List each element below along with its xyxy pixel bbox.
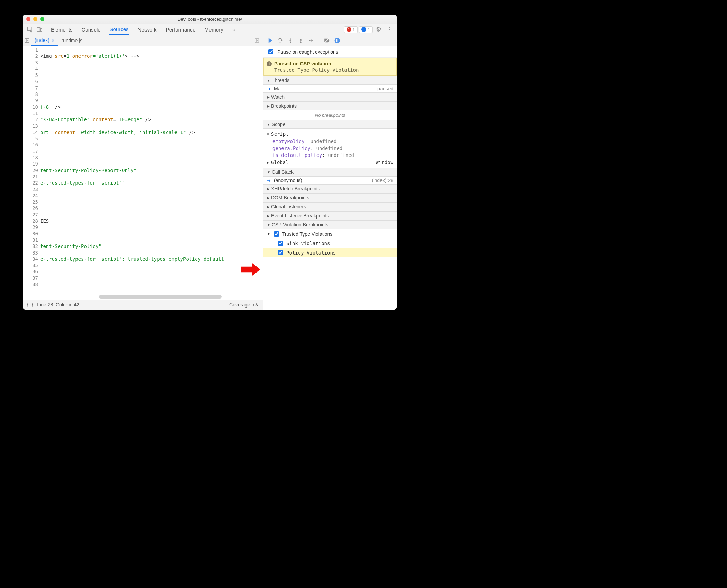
section-scope[interactable]: ▼Scope — [263, 120, 397, 129]
csp-trusted-type-checkbox[interactable] — [274, 231, 279, 237]
file-tab-index[interactable]: (index) × — [31, 35, 58, 46]
fullscreen-window-button[interactable] — [40, 17, 44, 21]
minimize-window-button[interactable] — [33, 17, 37, 21]
svg-point-13 — [290, 42, 291, 43]
svg-rect-1 — [37, 28, 40, 32]
tab-performance[interactable]: Performance — [165, 25, 196, 35]
pause-on-caught-row: Pause on caught exceptions — [263, 46, 397, 58]
scope-script[interactable]: ▼Script — [263, 130, 397, 138]
horizontal-scrollbar[interactable] — [99, 295, 222, 299]
device-toolbar-icon[interactable] — [35, 25, 44, 34]
debugger-sidebar: Pause on caught exceptions i Paused on C… — [263, 35, 397, 310]
inspect-element-icon[interactable] — [25, 25, 35, 34]
csp-policy-row[interactable]: Policy Violations — [263, 248, 397, 257]
errors-badge[interactable]: 1 — [344, 26, 358, 33]
file-tab-runtime[interactable]: runtime.js — [58, 35, 86, 46]
tab-memory[interactable]: Memory — [204, 25, 224, 35]
error-icon — [347, 27, 351, 32]
svg-marker-18 — [312, 39, 313, 42]
step-over-icon[interactable] — [277, 37, 284, 44]
deactivate-breakpoints-icon[interactable] — [323, 37, 330, 44]
svg-rect-23 — [336, 39, 337, 42]
tab-elements[interactable]: Elements — [50, 25, 73, 35]
step-into-icon[interactable] — [287, 37, 294, 44]
devtools-window: DevTools - tt-enforced.glitch.me/ Elemen… — [23, 15, 397, 310]
kebab-menu-icon[interactable]: ⋮ — [385, 25, 395, 34]
panel-tabs: Elements Console Sources Network Perform… — [50, 24, 236, 35]
messages-count: 1 — [368, 27, 370, 32]
section-xhr[interactable]: ▶XHR/fetch Breakpoints — [263, 184, 397, 193]
section-csp-violation-bp[interactable]: ▼CSP Violation Breakpoints — [263, 220, 397, 229]
file-tab-label: runtime.js — [62, 38, 83, 43]
current-thread-icon: ➔ — [267, 86, 272, 91]
messages-badge[interactable]: 1 — [359, 26, 373, 33]
thread-main[interactable]: ➔ Main paused — [263, 85, 397, 92]
svg-marker-8 — [269, 38, 272, 43]
svg-rect-24 — [338, 39, 338, 42]
file-tabs: (index) × runtime.js — [23, 35, 263, 46]
svg-point-22 — [335, 38, 340, 43]
section-dom[interactable]: ▶DOM Breakpoints — [263, 193, 397, 202]
close-window-button[interactable] — [26, 17, 30, 21]
tab-overflow[interactable]: » — [232, 25, 236, 35]
step-icon[interactable] — [308, 37, 315, 44]
info-icon: i — [267, 61, 272, 66]
settings-icon[interactable]: ⚙ — [374, 25, 384, 34]
section-global-listeners[interactable]: ▶Global Listeners — [263, 202, 397, 211]
titlebar: DevTools - tt-enforced.glitch.me/ — [23, 15, 397, 24]
svg-rect-7 — [268, 38, 268, 43]
pause-on-caught-label: Pause on caught exceptions — [277, 49, 338, 55]
file-tab-label: (index) — [35, 37, 50, 43]
tab-console[interactable]: Console — [81, 25, 101, 35]
main-toolbar: Elements Console Sources Network Perform… — [23, 24, 397, 35]
scope-global[interactable]: ▶GlobalWindow — [263, 159, 397, 166]
code-body: <img src=1 onerror='alert(1)'> --> f-8" … — [40, 46, 263, 300]
window-controls — [26, 17, 44, 21]
resume-icon[interactable] — [266, 37, 273, 44]
svg-point-9 — [280, 42, 281, 43]
pause-on-caught-checkbox[interactable] — [268, 49, 273, 54]
section-event-listener-bp[interactable]: ▶Event Listener Breakpoints — [263, 211, 397, 220]
window-title: DevTools - tt-enforced.glitch.me/ — [26, 17, 393, 22]
run-snippet-icon[interactable] — [253, 38, 261, 43]
message-icon — [361, 27, 366, 32]
svg-marker-12 — [289, 40, 291, 42]
tab-sources[interactable]: Sources — [109, 24, 129, 35]
step-out-icon[interactable] — [297, 37, 304, 44]
section-threads[interactable]: ▼Threads — [263, 76, 397, 85]
paused-title: Paused on CSP violation — [274, 61, 393, 66]
section-breakpoints[interactable]: ▶Breakpoints — [263, 101, 397, 110]
pretty-print-icon[interactable]: { } — [26, 302, 33, 308]
sources-panel: (index) × runtime.js 1234567891011121314… — [23, 35, 263, 310]
coverage-status: Coverage: n/a — [229, 302, 260, 308]
section-callstack[interactable]: ▼Call Stack — [263, 168, 397, 177]
svg-marker-6 — [257, 40, 258, 42]
paused-detail: Trusted Type Policy Violation — [274, 67, 393, 73]
pause-on-exceptions-icon[interactable] — [334, 37, 341, 44]
svg-point-19 — [309, 40, 310, 41]
csp-trusted-type-row[interactable]: ▼ Trusted Type Violations — [263, 229, 397, 239]
paused-banner: i Paused on CSP violation Trusted Type P… — [263, 58, 397, 76]
line-gutter: 1234567891011121314151617181920212223242… — [23, 46, 40, 300]
section-watch[interactable]: ▶Watch — [263, 92, 397, 101]
svg-point-16 — [300, 42, 302, 43]
csp-sink-checkbox[interactable] — [278, 241, 283, 246]
svg-marker-15 — [300, 39, 302, 40]
debug-toolbar — [263, 35, 397, 46]
tab-network[interactable]: Network — [137, 25, 158, 35]
svg-rect-2 — [40, 29, 42, 32]
csp-policy-checkbox[interactable] — [278, 250, 283, 255]
navigator-toggle-icon[interactable] — [23, 38, 31, 43]
cursor-position: Line 28, Column 42 — [37, 302, 79, 308]
code-editor[interactable]: 1234567891011121314151617181920212223242… — [23, 46, 263, 300]
errors-count: 1 — [353, 27, 355, 32]
csp-sink-row[interactable]: Sink Violations — [263, 239, 397, 248]
no-breakpoints: No breakpoints — [263, 110, 397, 120]
close-tab-icon[interactable]: × — [52, 37, 55, 43]
current-frame-icon: ➔ — [267, 178, 272, 183]
callframe[interactable]: ➔ (anonymous) (index):28 — [263, 177, 397, 184]
status-bar: { } Line 28, Column 42 Coverage: n/a — [23, 300, 263, 310]
